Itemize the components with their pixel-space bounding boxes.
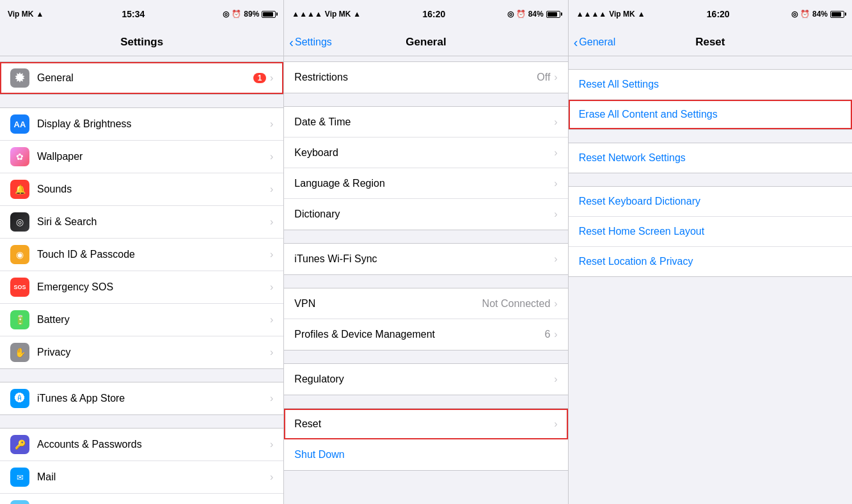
general-group-regulatory: Regulatory › bbox=[284, 363, 567, 395]
settings-row-sos[interactable]: SOS Emergency SOS › bbox=[0, 271, 283, 304]
reset-keyboard[interactable]: Reset Keyboard Dictionary bbox=[569, 187, 852, 217]
general-panel: Restrictions Off › Date & Time › Keyboar… bbox=[284, 56, 568, 504]
signal-icon-2: ▲▲▲▲ bbox=[292, 10, 322, 19]
sos-icon: SOS bbox=[10, 278, 29, 297]
appstore-icon: 🅐 bbox=[10, 389, 29, 408]
mail-icon: ✉ bbox=[10, 468, 29, 487]
settings-row-profiles[interactable]: Profiles & Device Management 6 › bbox=[284, 319, 567, 350]
content-area: General 1 › AA Display & Brightness › ✿ … bbox=[0, 56, 852, 504]
nav-back-label-general: Settings bbox=[295, 36, 332, 48]
status-left-2: ▲▲▲▲ Vip MK ▲ bbox=[292, 10, 361, 19]
reset-home-screen[interactable]: Reset Home Screen Layout bbox=[569, 217, 852, 247]
settings-row-accounts[interactable]: 🔑 Accounts & Passwords › bbox=[0, 429, 283, 461]
reset-group-1: Reset All Settings Erase All Content and… bbox=[569, 69, 852, 130]
general-badge: 1 bbox=[253, 73, 266, 83]
carrier-2: Vip MK bbox=[325, 10, 351, 19]
reset-group-2: Reset Network Settings bbox=[569, 143, 852, 173]
nav-title-settings: Settings bbox=[120, 36, 163, 49]
touchid-label: Touch ID & Passcode bbox=[37, 249, 270, 260]
back-chevron-general: ‹ bbox=[289, 36, 294, 49]
restrictions-value: Off bbox=[537, 72, 550, 83]
battery-pct-1: 89% bbox=[244, 10, 259, 19]
sos-label: Emergency SOS bbox=[37, 281, 270, 293]
settings-row-reset[interactable]: Reset › bbox=[284, 409, 567, 439]
regulatory-label: Regulatory bbox=[294, 374, 554, 385]
alarm-icon-1: ⏰ bbox=[232, 10, 241, 19]
battery-icon-1 bbox=[262, 11, 276, 18]
settings-row-shutdown[interactable]: Shut Down bbox=[284, 439, 567, 470]
status-right-2: ◎ ⏰ 84% bbox=[507, 10, 560, 19]
settings-row-language[interactable]: Language & Region › bbox=[284, 168, 567, 199]
settings-row-touchid[interactable]: ◉ Touch ID & Passcode › bbox=[0, 239, 283, 271]
general-group-vpn: VPN Not Connected › Profiles & Device Ma… bbox=[284, 288, 567, 350]
status-right-1: ◎ ⏰ 89% bbox=[223, 10, 276, 19]
settings-group-display-etc: AA Display & Brightness › ✿ Wallpaper › … bbox=[0, 107, 283, 369]
reset-label: Reset bbox=[294, 418, 554, 430]
sounds-icon: 🔔 bbox=[10, 180, 29, 199]
settings-row-datetime[interactable]: Date & Time › bbox=[284, 107, 567, 138]
settings-row-mail[interactable]: ✉ Mail › bbox=[0, 461, 283, 494]
reset-network[interactable]: Reset Network Settings bbox=[569, 143, 852, 173]
signal-icon-3: ▲▲▲▲ bbox=[576, 10, 607, 19]
settings-row-general[interactable]: General 1 › bbox=[0, 62, 283, 94]
status-left-1: Vip MK ▲ bbox=[8, 10, 43, 19]
shutdown-label: Shut Down bbox=[294, 449, 557, 461]
settings-row-itunes-wifi[interactable]: iTunes Wi-Fi Sync › bbox=[284, 244, 567, 274]
restrictions-label: Restrictions bbox=[294, 72, 537, 83]
privacy-label: Privacy bbox=[37, 347, 270, 358]
settings-row-sounds[interactable]: 🔔 Sounds › bbox=[0, 173, 283, 206]
settings-group-appstore: 🅐 iTunes & App Store › bbox=[0, 382, 283, 415]
itunes-wifi-label: iTunes Wi-Fi Sync bbox=[294, 253, 554, 265]
settings-row-vpn[interactable]: VPN Not Connected › bbox=[284, 288, 567, 319]
reset-group-3: Reset Keyboard Dictionary Reset Home Scr… bbox=[569, 186, 852, 277]
settings-row-contacts[interactable]: 👤 Contacts › bbox=[0, 494, 283, 504]
wifi-icon-2: ▲ bbox=[353, 10, 361, 19]
time-3: 16:20 bbox=[707, 9, 730, 19]
nav-back-general[interactable]: ‹ Settings bbox=[289, 36, 331, 49]
location-icon-2: ◎ bbox=[507, 10, 514, 19]
reset-location[interactable]: Reset Location & Privacy bbox=[569, 247, 852, 276]
settings-row-regulatory[interactable]: Regulatory › bbox=[284, 364, 567, 395]
nav-bar-reset: ‹ General Reset bbox=[569, 28, 852, 56]
settings-group-accounts: 🔑 Accounts & Passwords › ✉ Mail › 👤 Cont… bbox=[0, 428, 283, 504]
privacy-icon: ✋ bbox=[10, 343, 29, 362]
sounds-label: Sounds bbox=[37, 184, 270, 195]
erase-all-content[interactable]: Erase All Content and Settings bbox=[569, 100, 852, 129]
battery-pct-2: 84% bbox=[528, 10, 544, 19]
wallpaper-icon: ✿ bbox=[10, 147, 29, 166]
nav-back-label-reset: General bbox=[579, 36, 615, 48]
profiles-value: 6 bbox=[544, 329, 550, 340]
dictionary-label: Dictionary bbox=[294, 209, 554, 220]
settings-row-battery[interactable]: 🔋 Battery › bbox=[0, 304, 283, 336]
accounts-label: Accounts & Passwords bbox=[37, 439, 270, 450]
nav-bars: Settings ‹ Settings General ‹ General Re… bbox=[0, 28, 852, 56]
settings-row-siri[interactable]: ◎ Siri & Search › bbox=[0, 206, 283, 239]
siri-label: Siri & Search bbox=[37, 216, 270, 228]
mail-label: Mail bbox=[37, 471, 270, 483]
siri-icon: ◎ bbox=[10, 212, 29, 232]
settings-row-restrictions[interactable]: Restrictions Off › bbox=[284, 62, 567, 93]
settings-row-dictionary[interactable]: Dictionary › bbox=[284, 199, 567, 230]
appstore-label: iTunes & App Store bbox=[37, 393, 270, 404]
battery-icon-2 bbox=[546, 11, 560, 18]
nav-back-reset[interactable]: ‹ General bbox=[574, 36, 616, 49]
reset-all-settings[interactable]: Reset All Settings bbox=[569, 70, 852, 100]
settings-row-wallpaper[interactable]: ✿ Wallpaper › bbox=[0, 141, 283, 173]
vpn-value: Not Connected bbox=[482, 298, 551, 310]
time-2: 16:20 bbox=[423, 9, 446, 19]
general-chevron: › bbox=[270, 72, 273, 84]
nav-title-general: General bbox=[406, 36, 446, 49]
settings-group-general: General 1 › bbox=[0, 61, 283, 95]
settings-row-keyboard[interactable]: Keyboard › bbox=[284, 138, 567, 168]
status-bars: Vip MK ▲ 15:34 ◎ ⏰ 89% ▲▲▲▲ Vip MK ▲ 16:… bbox=[0, 0, 852, 28]
general-icon bbox=[10, 68, 29, 88]
location-icon-1: ◎ bbox=[223, 10, 229, 19]
settings-row-display[interactable]: AA Display & Brightness › bbox=[0, 108, 283, 141]
status-left-3: ▲▲▲▲ Vip MK ▲ bbox=[576, 10, 645, 19]
general-group-itunes: iTunes Wi-Fi Sync › bbox=[284, 243, 567, 275]
settings-row-appstore[interactable]: 🅐 iTunes & App Store › bbox=[0, 382, 283, 414]
keyboard-label: Keyboard bbox=[294, 147, 554, 159]
settings-row-privacy[interactable]: ✋ Privacy › bbox=[0, 336, 283, 368]
alarm-icon-3: ⏰ bbox=[800, 10, 810, 19]
location-icon-3: ◎ bbox=[791, 10, 798, 19]
